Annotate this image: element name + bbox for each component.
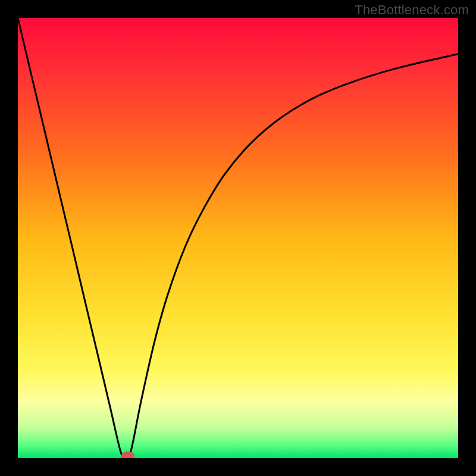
plot-background [18,18,458,458]
bottleneck-chart [18,18,458,458]
chart-frame: TheBottleneck.com [0,0,476,476]
watermark-text: TheBottleneck.com [355,2,469,18]
